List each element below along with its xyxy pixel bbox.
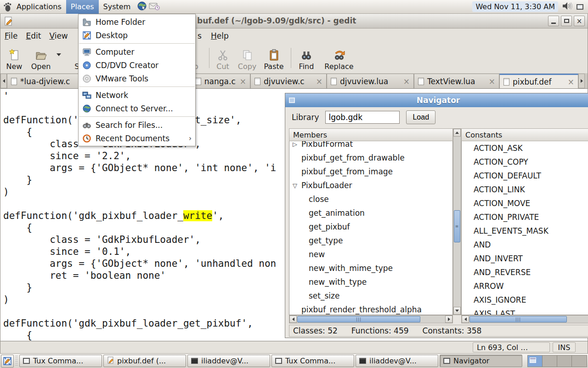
constant-item[interactable]: ARROW [462,279,588,293]
task-button-terminal-1[interactable]: iliaddev@V... [187,355,270,367]
menu-item-recent-documents[interactable]: Recent Documents › [79,132,195,145]
email-launcher-icon[interactable] [149,1,160,12]
constant-item[interactable]: ACTION_LINK [462,183,588,196]
tab-close-icon[interactable]: × [568,77,574,86]
taskbar-grip[interactable] [15,356,18,367]
constant-item[interactable]: AXIS_LAST [462,307,588,315]
paste-button[interactable]: Paste [260,45,287,72]
menu-edit[interactable]: Edit [22,29,45,42]
constant-item[interactable]: AND_REVERSE [462,265,588,279]
member-item[interactable]: get_type [289,234,452,247]
members-horizontal-scrollbar[interactable]: ||| [289,315,453,323]
document-tab[interactable]: pixbuf.def × [499,74,578,88]
member-item[interactable]: ▷ PixbufFormat [289,141,452,151]
member-item[interactable]: new [289,247,452,261]
menu-system[interactable]: System [99,0,136,14]
workspace-4[interactable] [572,356,587,367]
scroll-up-icon[interactable] [453,129,461,137]
menu-item-cd-dvd-creator[interactable]: CD/DVD Creator [79,58,195,72]
tab-close-icon[interactable]: × [403,77,410,86]
workspace-2[interactable] [543,356,557,367]
menu-item-home-folder[interactable]: Home Folder [79,15,195,29]
constant-item[interactable]: AND_INVERT [462,252,588,265]
workspace-1[interactable] [528,356,543,367]
scroll-down-icon[interactable] [453,307,461,315]
new-button[interactable]: New [2,45,26,72]
menu-help[interactable]: Help [207,29,233,42]
constant-item[interactable]: ACTION_ASK [462,141,588,155]
constants-horizontal-scrollbar[interactable]: ||| [461,315,588,323]
task-button-tux-commander-1[interactable]: Tux Comma... [19,355,102,367]
member-item[interactable]: close [289,192,452,206]
member-item[interactable]: pixbuf_render_threshold_alpha [289,303,452,315]
scroll-left-icon[interactable] [289,316,297,323]
menu-documents-fragment[interactable]: s [198,31,202,40]
tab-close-icon[interactable]: × [316,77,322,86]
constants-list[interactable]: ACTION_ASKACTION_COPYACTION_DEFAULTACTIO… [461,141,588,315]
workspace-3[interactable] [557,356,572,367]
constant-item[interactable]: AND [462,238,588,252]
panel-clock[interactable]: Wed Nov 11, 3:30 AM [472,1,558,12]
navigator-titlebar[interactable]: Navigator [285,93,588,107]
volume-speaker-icon[interactable] [562,1,573,13]
menu-item-network[interactable]: Network [79,88,195,102]
constant-item[interactable]: ACTION_DEFAULT [462,169,588,183]
scrollbar-thumb[interactable]: ≡ [454,210,460,242]
members-column-header[interactable]: Members [289,128,453,141]
copy-button[interactable]: Copy [235,45,260,72]
constant-item[interactable]: ALL_EVENTS_MASK [462,224,588,238]
menu-item-search-for-files[interactable]: Search for Files... [79,118,195,132]
maximize-button[interactable] [561,16,572,26]
library-input[interactable] [325,111,400,124]
tab-scroll-left-icon[interactable] [0,74,7,88]
menu-places[interactable]: Places [66,0,99,14]
member-item[interactable]: new_with_type [289,275,452,289]
member-item[interactable]: set_size [289,289,452,303]
menu-view[interactable]: View [45,29,72,42]
member-item[interactable]: get_pixbuf [289,220,452,234]
scrollbar-thumb[interactable]: ||| [297,316,420,322]
replace-button[interactable]: Replace [320,45,358,72]
cut-button[interactable]: Cut [212,45,234,72]
document-tab[interactable]: djvuview.lua × [327,74,414,88]
find-button[interactable]: Find [294,45,318,72]
scrollbar-thumb[interactable]: ||| [469,316,567,322]
task-button-terminal-2[interactable]: iliaddev@V... [356,355,438,367]
constants-column-header[interactable]: Constants [461,128,588,141]
member-item[interactable]: pixbuf_get_from_drawable [289,151,452,165]
menu-item-connect-to-server[interactable]: Connect to Server... [79,102,195,115]
member-item[interactable]: new_with_mime_type [289,261,452,275]
scroll-left-icon[interactable] [462,316,469,323]
tab-close-icon[interactable]: × [489,77,495,86]
scroll-right-icon[interactable] [445,316,452,323]
menu-item-computer[interactable]: Computer [79,45,195,58]
minimize-button[interactable] [548,16,559,26]
show-desktop-button[interactable] [1,355,14,368]
load-button[interactable]: Load [406,110,435,124]
member-item[interactable]: pixbuf_get_from_image [289,165,452,178]
notification-window-icon[interactable] [577,4,583,10]
expander-icon[interactable]: ▷ [293,141,297,148]
open-dropdown-icon[interactable] [57,53,61,56]
open-button[interactable]: Open [27,45,55,72]
document-tab[interactable]: djvuview.c × [250,74,327,88]
members-vertical-scrollbar[interactable]: ≡ [453,128,461,315]
task-button-tux-commander-2[interactable]: Tux Comma... [271,355,354,367]
window-menu-icon[interactable] [289,98,295,103]
document-tab[interactable]: TextView.lua × [414,74,499,88]
menu-item-desktop[interactable]: Desktop [79,29,195,42]
expander-icon[interactable]: ▽ [293,182,297,189]
member-item[interactable]: get_animation [289,206,452,220]
member-item[interactable]: ▽ PixbufLoader [289,178,452,192]
menu-file[interactable]: File [0,29,22,42]
tab-close-icon[interactable]: × [240,77,246,86]
menu-applications[interactable]: Applications [12,0,66,14]
constant-item[interactable]: AXIS_IGNORE [462,293,588,307]
constant-item[interactable]: ACTION_PRIVATE [462,210,588,224]
constant-item[interactable]: ACTION_COPY [462,155,588,169]
close-button[interactable]: × [574,16,585,26]
task-button-gedit[interactable]: pixbuf.def (... [103,355,186,367]
task-button-navigator[interactable]: Navigator [440,355,522,367]
menu-item-vmware-tools[interactable]: VMware Tools [79,72,195,85]
members-tree[interactable]: ▷ PixbufFormat pixbuf_get_from_drawable … [289,141,453,315]
